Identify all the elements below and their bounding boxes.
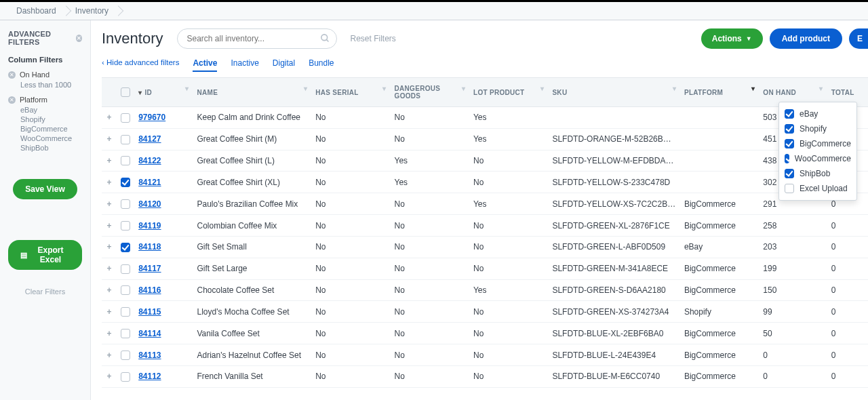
filter-icon[interactable]: ▾ [751, 85, 755, 92]
option-checkbox[interactable] [785, 124, 794, 134]
expand-row-icon[interactable]: + [106, 221, 113, 231]
col-has-serial[interactable]: HAS SERIAL▾ [311, 78, 390, 107]
id-link[interactable]: 84113 [138, 351, 161, 360]
cell-sku: SLFDTD-ORANGE-M-52B26B… [548, 128, 680, 150]
cell-on-hand: 203 [759, 236, 827, 258]
tab-inactive[interactable]: Inactive [231, 58, 258, 72]
id-link[interactable]: 979670 [138, 113, 165, 122]
tab-digital[interactable]: Digital [273, 58, 295, 72]
cell-name: Gift Set Small [193, 236, 311, 258]
platform-option[interactable]: Excel Upload [785, 181, 851, 196]
filter-icon[interactable]: ▾ [819, 85, 823, 92]
row-checkbox[interactable] [121, 307, 130, 317]
row-checkbox[interactable] [121, 135, 130, 144]
platform-option[interactable]: Shopify [785, 121, 851, 136]
id-link[interactable]: 84112 [138, 372, 161, 381]
cell-dangerous-goods: No [391, 365, 469, 387]
expand-row-icon[interactable]: + [106, 178, 113, 187]
id-link[interactable]: 84115 [138, 307, 161, 317]
search-input[interactable] [177, 28, 337, 49]
filter-icon[interactable]: ▾ [673, 85, 676, 92]
col-name[interactable]: NAME▾ [193, 78, 311, 107]
col-lot-product[interactable]: LOT PRODUCT▾ [469, 78, 548, 107]
filter-icon[interactable]: ▾ [540, 85, 544, 92]
platform-filter-popup[interactable]: eBayShopifyBigCommerceWooCommerceShipBob… [778, 102, 857, 201]
platform-option[interactable]: WooCommerce [785, 151, 851, 166]
platform-option[interactable]: ShipBob [785, 166, 851, 181]
platform-option[interactable]: eBay [785, 106, 851, 121]
row-checkbox[interactable] [121, 156, 130, 165]
option-checkbox[interactable] [785, 109, 794, 119]
remove-onhand-filter-icon[interactable]: ✕ [8, 71, 16, 79]
filter-onhand-subs: Less than 1000 [20, 81, 82, 89]
filter-icon[interactable]: ▾ [462, 85, 465, 92]
close-advanced-filters-icon[interactable]: ✕ [76, 35, 82, 42]
reset-filters-link[interactable]: Reset Filters [351, 34, 396, 43]
hide-advanced-filters-link[interactable]: ‹ Hide advanced filters [102, 58, 179, 72]
option-checkbox[interactable] [785, 184, 794, 193]
row-checkbox[interactable] [121, 329, 130, 338]
expand-row-icon[interactable]: + [106, 156, 113, 165]
col-sku[interactable]: SKU▾ [548, 78, 680, 107]
row-checkbox[interactable] [121, 264, 130, 274]
row-checkbox[interactable] [121, 372, 130, 382]
col-platform[interactable]: PLATFORM▾ [680, 78, 759, 107]
id-link[interactable]: 84121 [138, 178, 161, 187]
row-checkbox[interactable] [121, 178, 130, 187]
tab-active[interactable]: Active [193, 58, 217, 72]
remove-platform-filter-icon[interactable]: ✕ [8, 96, 16, 104]
tab-bundle[interactable]: Bundle [309, 58, 334, 72]
expand-row-icon[interactable]: + [106, 113, 113, 122]
col-dangerous-goods[interactable]: DANGEROUS GOODS▾ [391, 78, 469, 107]
row-checkbox[interactable] [121, 243, 130, 252]
id-link[interactable]: 84116 [138, 285, 161, 295]
id-link[interactable]: 84120 [138, 199, 161, 209]
expand-row-icon[interactable]: + [106, 285, 113, 295]
filter-icon[interactable]: ▾ [185, 85, 189, 92]
breadcrumb-inventory[interactable]: Inventory [66, 2, 118, 20]
export-excel-button[interactable]: Export Excel [8, 240, 82, 270]
option-checkbox[interactable] [785, 169, 794, 178]
option-checkbox[interactable] [785, 154, 789, 163]
expand-row-icon[interactable]: + [106, 307, 113, 317]
actions-button[interactable]: Actions ▼ [701, 28, 763, 49]
row-checkbox[interactable] [121, 113, 130, 123]
excel-file-icon [20, 250, 27, 260]
cell-platform [680, 150, 759, 172]
platform-option[interactable]: BigCommerce [785, 136, 851, 151]
id-link[interactable]: 84114 [138, 329, 161, 338]
filter-icon[interactable]: ▾ [304, 85, 307, 92]
expand-row-icon[interactable]: + [106, 242, 113, 252]
row-checkbox[interactable] [121, 285, 130, 295]
id-link[interactable]: 84127 [138, 134, 161, 144]
expand-row-icon[interactable]: + [106, 199, 113, 209]
cell-platform [680, 172, 759, 193]
extra-button[interactable]: E [849, 28, 868, 49]
col-id[interactable]: ID▾ [134, 78, 193, 107]
clear-filters-link[interactable]: Clear Filters [8, 287, 82, 296]
expand-row-icon[interactable]: + [106, 264, 113, 273]
option-label: WooCommerce [795, 154, 851, 163]
expand-row-icon[interactable]: + [106, 351, 113, 360]
id-link[interactable]: 84119 [138, 221, 161, 231]
expand-row-icon[interactable]: + [106, 372, 113, 381]
filter-icon[interactable]: ▾ [382, 85, 386, 92]
id-link[interactable]: 84118 [138, 242, 161, 252]
breadcrumb-dashboard[interactable]: Dashboard [7, 2, 66, 20]
id-link[interactable]: 84117 [138, 264, 161, 273]
row-checkbox[interactable] [121, 351, 130, 360]
row-checkbox[interactable] [121, 221, 130, 231]
option-checkbox[interactable] [785, 139, 794, 148]
filter-onhand: ✕ On Hand Less than 1000 [8, 71, 82, 89]
cell-platform: eBay [680, 236, 759, 258]
content-area: Inventory Reset Filters Actions ▼ Add pr… [91, 20, 868, 400]
save-view-button[interactable]: Save View [13, 179, 77, 199]
expand-row-icon[interactable]: + [106, 329, 113, 338]
search-icon[interactable] [320, 33, 330, 45]
col-select-all[interactable] [117, 78, 134, 107]
id-link[interactable]: 84122 [138, 156, 161, 165]
cell-has-serial: No [311, 172, 390, 193]
expand-row-icon[interactable]: + [106, 134, 113, 144]
row-checkbox[interactable] [121, 199, 130, 209]
add-product-button[interactable]: Add product [770, 28, 842, 49]
